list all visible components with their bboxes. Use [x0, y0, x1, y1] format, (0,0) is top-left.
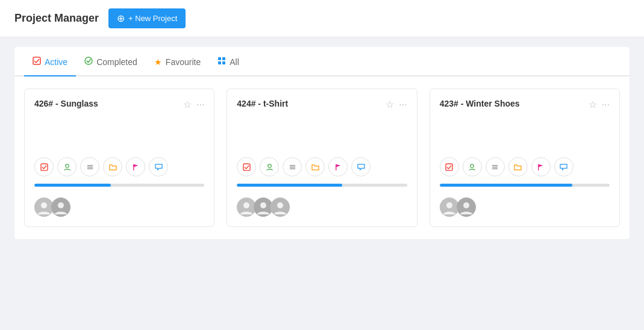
svg-point-27	[277, 202, 283, 208]
favourite-icon: ★	[154, 57, 162, 67]
progress-bar-fill-423	[440, 184, 572, 187]
avatar-2-426	[51, 198, 70, 217]
active-icon	[33, 57, 41, 67]
folder-icon-btn-423[interactable]	[508, 157, 528, 176]
svg-rect-16	[243, 163, 250, 170]
star-button-424[interactable]: ☆	[386, 99, 394, 110]
project-card-423: 423# - Winter Shoes ☆ ···	[430, 89, 620, 227]
project-card-424: 424# - t-Shirt ☆ ···	[227, 89, 417, 227]
tab-all-label: All	[230, 57, 239, 67]
card-body-423	[440, 117, 610, 152]
card-header-426: 426# - Sunglass ☆ ···	[34, 99, 204, 110]
icon-row-424	[237, 152, 407, 176]
tab-bar: Active Completed ★ Favourite All	[14, 47, 630, 76]
svg-point-29	[470, 164, 474, 167]
tab-favourite[interactable]: ★ Favourite	[146, 48, 209, 76]
card-body-426	[34, 117, 204, 152]
svg-rect-4	[218, 61, 221, 64]
task-icon-btn-426[interactable]	[34, 157, 54, 176]
svg-point-35	[446, 202, 452, 208]
svg-rect-3	[222, 57, 225, 60]
user-icon-btn-423[interactable]	[463, 157, 482, 176]
flag-icon-btn-426[interactable]	[126, 157, 145, 176]
flag-icon-btn-424[interactable]	[328, 157, 348, 176]
progress-bar-fill-424	[237, 184, 342, 187]
svg-point-1	[85, 57, 92, 64]
progress-bar-container-423	[440, 184, 610, 187]
tab-completed[interactable]: Completed	[76, 47, 146, 76]
all-icon	[217, 57, 226, 67]
list-icon-btn-424[interactable]	[283, 157, 302, 176]
folder-icon-btn-424[interactable]	[305, 157, 325, 176]
menu-button-426[interactable]: ···	[196, 99, 204, 110]
list-icon-btn-426[interactable]	[80, 157, 99, 176]
svg-point-15	[58, 202, 64, 208]
svg-point-37	[463, 202, 469, 208]
tab-favourite-label: Favourite	[166, 57, 201, 67]
svg-point-17	[268, 164, 272, 167]
main-content: Active Completed ★ Favourite All	[0, 37, 644, 249]
avatar-2-423	[457, 198, 476, 217]
folder-icon-btn-426[interactable]	[103, 157, 122, 176]
chat-icon-btn-426[interactable]	[149, 157, 168, 176]
svg-point-13	[41, 202, 47, 208]
star-button-426[interactable]: ☆	[183, 99, 192, 110]
card-header-423: 423# - Winter Shoes ☆ ···	[440, 99, 610, 110]
card-actions-423: ☆ ···	[589, 99, 610, 110]
project-card-426: 426# - Sunglass ☆ ···	[24, 89, 214, 227]
svg-point-23	[243, 202, 249, 208]
icon-row-426	[34, 152, 204, 176]
tab-active[interactable]: Active	[24, 47, 76, 76]
svg-point-7	[65, 164, 69, 167]
svg-point-25	[260, 202, 266, 208]
list-icon-btn-423[interactable]	[486, 157, 505, 176]
svg-rect-28	[446, 163, 452, 170]
chat-icon-btn-423[interactable]	[554, 157, 574, 176]
task-icon-btn-423[interactable]	[440, 157, 459, 176]
avatar-3-424	[270, 198, 290, 217]
tab-completed-label: Completed	[96, 57, 137, 67]
new-project-label: + New Project	[128, 14, 177, 23]
menu-button-424[interactable]: ···	[399, 99, 407, 110]
progress-bar-container-424	[237, 184, 407, 187]
avatar-row-426	[34, 198, 204, 217]
chat-icon-btn-424[interactable]	[351, 157, 370, 176]
svg-rect-2	[218, 57, 221, 60]
card-actions-424: ☆ ···	[386, 99, 407, 110]
projects-grid: 426# - Sunglass ☆ ···	[24, 89, 620, 227]
svg-rect-0	[33, 57, 40, 64]
svg-rect-6	[40, 163, 47, 170]
app-header: Project Manager ⊕ + New Project	[0, 0, 644, 37]
card-title-424: 424# - t-Shirt	[237, 99, 288, 108]
completed-icon	[84, 57, 93, 67]
card-header-424: 424# - t-Shirt ☆ ···	[237, 99, 407, 110]
menu-button-423[interactable]: ···	[602, 99, 610, 110]
new-project-plus-icon: ⊕	[117, 13, 125, 24]
star-button-423[interactable]: ☆	[589, 99, 597, 110]
user-icon-btn-426[interactable]	[57, 157, 77, 176]
card-actions-426: ☆ ···	[183, 99, 204, 110]
tab-active-label: Active	[45, 57, 67, 67]
card-title-423: 423# - Winter Shoes	[440, 99, 520, 108]
svg-rect-5	[222, 61, 225, 64]
avatar-1-423	[440, 198, 459, 217]
flag-icon-btn-423[interactable]	[531, 157, 551, 176]
icon-row-423	[440, 152, 610, 176]
progress-bar-container-426	[34, 184, 204, 187]
user-icon-btn-424[interactable]	[260, 157, 279, 176]
tab-all[interactable]: All	[209, 47, 248, 76]
task-icon-btn-424[interactable]	[237, 157, 256, 176]
card-title-426: 426# - Sunglass	[34, 99, 98, 108]
card-body-424	[237, 117, 407, 152]
new-project-button[interactable]: ⊕ + New Project	[108, 8, 186, 28]
avatar-row-423	[440, 198, 610, 217]
progress-bar-fill-426	[34, 184, 111, 187]
app-title: Project Manager	[14, 12, 99, 25]
projects-area: 426# - Sunglass ☆ ···	[14, 76, 630, 239]
avatar-row-424	[237, 198, 407, 217]
